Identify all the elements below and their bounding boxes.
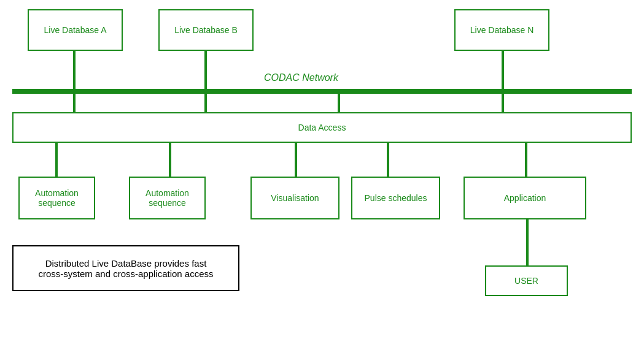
auto2-label: Automation sequence	[145, 188, 189, 208]
vline-auto1	[55, 143, 58, 177]
vis-box: Visualisation	[250, 177, 339, 219]
note-box: Distributed Live DataBase provides fast …	[12, 245, 239, 291]
vline-net-da-4	[502, 91, 504, 113]
pulse-box: Pulse schedules	[351, 177, 440, 219]
user-box: USER	[485, 265, 568, 296]
diagram: Live Database A Live Database B Live Dat…	[0, 0, 644, 339]
vline-pulse	[387, 143, 389, 177]
db-n-box: Live Database N	[454, 9, 549, 51]
network-label: CODAC Network	[264, 72, 338, 83]
vline-db-n	[502, 51, 504, 91]
vis-label: Visualisation	[271, 193, 319, 203]
db-n-label: Live Database N	[470, 25, 534, 35]
note-label: Distributed Live DataBase provides fast …	[38, 258, 213, 279]
network-bar	[12, 89, 632, 94]
auto1-label: Automation sequence	[35, 188, 79, 208]
db-a-label: Live Database A	[44, 25, 107, 35]
vline-net-da-3	[338, 91, 340, 113]
app-label: Application	[504, 193, 546, 203]
vline-net-da-1	[73, 91, 76, 113]
vline-db-b	[204, 51, 207, 91]
data-access-label: Data Access	[298, 123, 346, 132]
db-a-box: Live Database A	[28, 9, 123, 51]
auto1-box: Automation sequence	[18, 177, 95, 219]
app-box: Application	[464, 177, 586, 219]
vline-user	[526, 219, 529, 265]
db-b-box: Live Database B	[158, 9, 254, 51]
data-access-box: Data Access	[12, 112, 632, 143]
vline-vis	[295, 143, 297, 177]
vline-db-a	[73, 51, 76, 91]
db-b-label: Live Database B	[174, 25, 238, 35]
user-label: USER	[514, 276, 538, 286]
vline-auto2	[169, 143, 171, 177]
vline-app	[525, 143, 527, 177]
vline-net-da-2	[204, 91, 207, 113]
auto2-box: Automation sequence	[129, 177, 206, 219]
pulse-label: Pulse schedules	[365, 193, 427, 203]
